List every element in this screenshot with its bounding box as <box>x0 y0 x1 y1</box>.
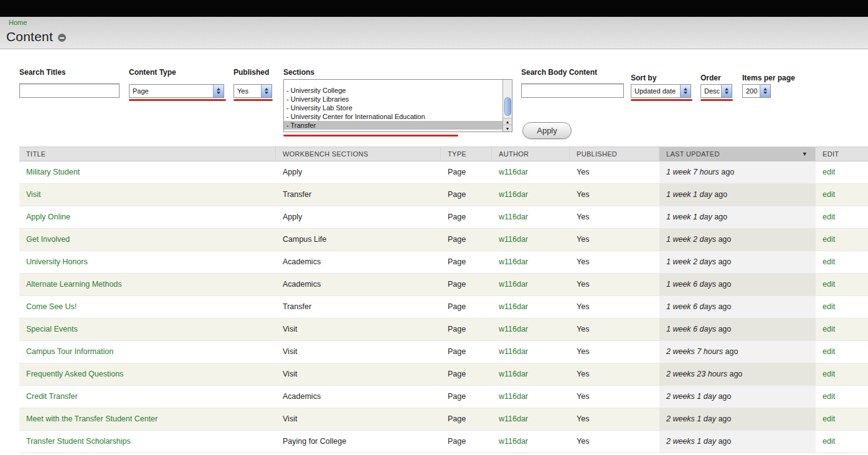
author-link[interactable]: w116dar <box>499 257 528 266</box>
col-header-type[interactable]: TYPE <box>441 147 492 161</box>
content-title-link[interactable]: Visit <box>26 190 40 199</box>
published-value: Yes <box>234 87 261 95</box>
col-header-edit[interactable]: EDIT <box>816 147 868 161</box>
section-cell: Paying for College <box>276 431 441 453</box>
author-link[interactable]: w116dar <box>499 325 528 333</box>
search-body-input[interactable] <box>521 84 624 98</box>
sort-by-select[interactable]: Updated date <box>631 84 691 98</box>
order-label: Order <box>701 74 721 82</box>
author-link[interactable]: w116dar <box>499 280 528 289</box>
content-type-select[interactable]: Page <box>129 84 224 98</box>
author-link[interactable]: w116dar <box>499 302 528 311</box>
author-link[interactable]: w116dar <box>499 437 528 446</box>
edit-link[interactable]: edit <box>823 370 835 378</box>
search-body-label: Search Body Content <box>521 68 597 77</box>
scrollbar-thumb[interactable] <box>504 97 511 116</box>
edit-link[interactable]: edit <box>823 414 835 423</box>
author-cell: w116dar <box>492 431 570 453</box>
edit-link[interactable]: edit <box>823 347 835 356</box>
content-title-link[interactable]: Campus Tour Information <box>26 347 113 356</box>
updated-duration: 1 week 6 days <box>666 280 716 289</box>
breadcrumb-home-link[interactable]: Home <box>9 19 27 26</box>
sort-desc-icon[interactable]: ▼ <box>802 147 808 161</box>
published-cell: Yes <box>570 296 659 318</box>
edit-link[interactable]: edit <box>823 190 835 199</box>
updated-cell: 1 week 1 day ago <box>659 184 816 206</box>
author-link[interactable]: w116dar <box>499 235 528 244</box>
edit-link[interactable]: edit <box>823 280 835 289</box>
author-cell: w116dar <box>492 386 570 408</box>
author-link[interactable]: w116dar <box>499 347 528 356</box>
content-title-link[interactable]: Transfer Student Scholarships <box>26 437 131 446</box>
apply-button[interactable]: Apply <box>522 122 572 139</box>
sections-option[interactable]: - University College <box>284 86 502 95</box>
author-cell: w116dar <box>492 363 570 385</box>
content-title-link[interactable]: Alternate Learning Methods <box>26 280 122 289</box>
sections-option[interactable]: - University Lab Store <box>284 103 502 112</box>
content-title-link[interactable]: Apply Online <box>26 213 70 221</box>
items-per-page-select[interactable]: 200 <box>742 84 771 98</box>
updated-cell: 1 week 6 days ago <box>659 274 816 295</box>
updated-cell: 2 weeks 7 hours ago <box>659 341 816 363</box>
search-titles-input[interactable] <box>19 84 120 98</box>
author-cell: w116dar <box>492 229 570 251</box>
published-cell: Yes <box>570 161 659 183</box>
table-row: Come See Us!TransferPagew116darYes1 week… <box>19 296 868 318</box>
dropdown-arrow-icon <box>721 85 732 97</box>
author-link[interactable]: w116dar <box>499 190 528 199</box>
order-select[interactable]: Desc <box>701 84 732 98</box>
updated-cell: 1 week 2 days ago <box>659 229 816 251</box>
author-link[interactable]: w116dar <box>499 168 528 176</box>
col-header-author[interactable]: AUTHOR <box>492 147 570 161</box>
content-title-link[interactable]: Get Involved <box>26 235 70 244</box>
author-link[interactable]: w116dar <box>499 370 528 378</box>
updated-cell: 1 week 6 days ago <box>659 296 816 318</box>
col-header-title[interactable]: TITLE <box>19 147 276 161</box>
author-link[interactable]: w116dar <box>499 414 528 423</box>
content-table-body: Military StudentApplyPagew116darYes1 wee… <box>19 161 868 453</box>
edit-link[interactable]: edit <box>823 168 835 176</box>
type-cell: Page <box>441 341 492 363</box>
items-per-page-value: 200 <box>743 87 760 95</box>
table-row: Transfer Student ScholarshipsPaying for … <box>19 431 868 453</box>
content-title-link[interactable]: Credit Transfer <box>26 392 78 401</box>
col-header-sections[interactable]: WORKBENCH SECTIONS <box>276 147 441 161</box>
content-title-link[interactable]: University Honors <box>26 257 88 266</box>
sections-option[interactable]: - Transfer <box>284 121 502 130</box>
col-header-last-updated[interactable]: LAST UPDATED ▼ <box>659 147 816 161</box>
edit-link[interactable]: edit <box>823 235 835 244</box>
edit-link[interactable]: edit <box>823 257 835 266</box>
author-link[interactable]: w116dar <box>499 213 528 221</box>
content-title-link[interactable]: Special Events <box>26 325 78 333</box>
published-cell: Yes <box>570 229 659 251</box>
content-title-link[interactable]: Come See Us! <box>26 302 77 311</box>
sections-option[interactable]: - University Center for International Ed… <box>284 112 502 121</box>
table-row: Frequently Asked QuestionsVisitPagew116d… <box>19 363 868 386</box>
type-cell: Page <box>441 161 492 183</box>
scroll-up-arrow-icon[interactable]: ▲ <box>503 118 512 125</box>
content-title-link[interactable]: Meet with the Transfer Student Center <box>26 414 158 423</box>
edit-link[interactable]: edit <box>823 392 835 401</box>
author-cell: w116dar <box>492 296 570 318</box>
author-link[interactable]: w116dar <box>499 392 528 401</box>
content-title-link[interactable]: Frequently Asked Questions <box>26 370 123 378</box>
minus-circle-icon[interactable] <box>58 34 66 42</box>
published-cell: Yes <box>570 386 659 408</box>
edit-cell: edit <box>816 296 868 318</box>
sections-scrollbar[interactable]: ▲ ▼ <box>502 80 512 132</box>
dropdown-arrow-icon <box>760 85 770 97</box>
edit-link[interactable]: edit <box>823 437 835 446</box>
edit-link[interactable]: edit <box>823 302 835 311</box>
section-cell: Visit <box>276 341 441 363</box>
content-title-link[interactable]: Military Student <box>26 168 80 176</box>
published-select[interactable]: Yes <box>234 84 272 98</box>
red-annotation-underline <box>283 135 458 136</box>
scroll-down-arrow-icon[interactable]: ▼ <box>503 125 512 132</box>
author-cell: w116dar <box>492 318 570 340</box>
edit-link[interactable]: edit <box>823 213 835 221</box>
sections-option[interactable]: - University Libraries <box>284 95 502 103</box>
sections-listbox[interactable]: - University College- University Librari… <box>283 79 512 132</box>
published-cell: Yes <box>570 363 659 385</box>
col-header-published[interactable]: PUBLISHED <box>570 147 659 161</box>
edit-link[interactable]: edit <box>823 325 835 333</box>
